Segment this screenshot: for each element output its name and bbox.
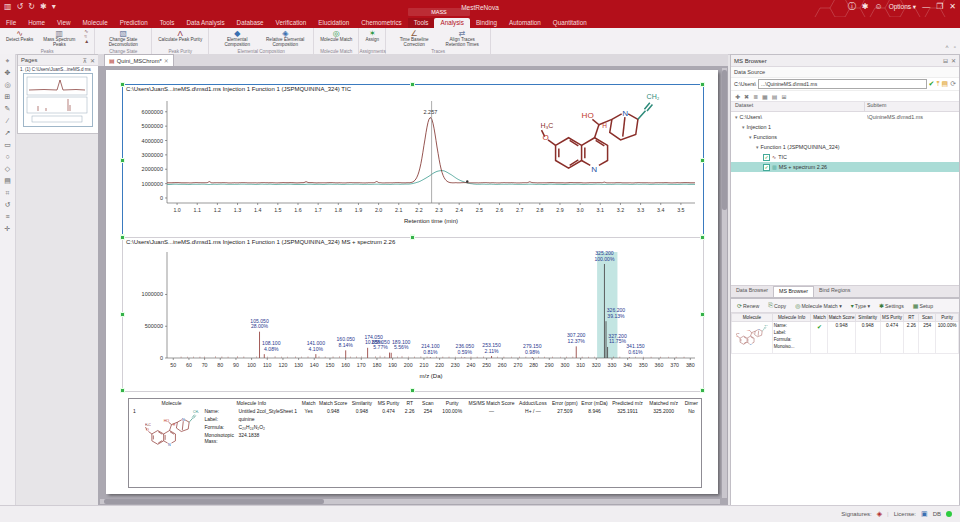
selection-handle[interactable] [700, 82, 705, 87]
ribbon-button-assign[interactable]: ✶Assign [365, 29, 379, 43]
refresh-icon[interactable]: ⟳ [950, 80, 956, 88]
expander-icon[interactable]: ▾ [735, 114, 738, 120]
mm-column-header[interactable]: Purity [936, 314, 959, 322]
ribbon-button-time-baseline-correction[interactable]: ∠Time Baseline Correction [392, 29, 436, 48]
menu-tab-elucidation[interactable]: Elucidation [312, 18, 355, 28]
mm-column-header[interactable]: Molecule Info [772, 314, 811, 322]
mm-column-header[interactable]: Match [811, 314, 828, 322]
shape-tool[interactable]: ▭ [4, 141, 11, 149]
mm-toolbar-molecule-match-[interactable]: ◎Molecule Match ▾ [792, 300, 845, 311]
menu-tab-database[interactable]: Database [231, 18, 270, 28]
mini-tool-icon[interactable]: ▲ [84, 39, 89, 44]
selection-handle[interactable] [120, 312, 125, 317]
mm-result-row[interactable]: Name:Label:Formula:Monoiso...✔0.9480.948… [732, 322, 959, 354]
arrow-tool[interactable]: ↗ [5, 129, 11, 137]
selection-handle[interactable] [120, 158, 125, 163]
signatures-icon[interactable]: ◈ [877, 510, 882, 518]
selection-handle[interactable] [700, 312, 705, 317]
close-icon[interactable]: ✕ [951, 57, 956, 64]
mm-toolbar-copy[interactable]: ⎘Copy [765, 300, 789, 311]
selection-handle[interactable] [410, 388, 415, 393]
list-view-icon[interactable]: ≣ [753, 93, 758, 100]
accept-icon[interactable]: ✔ [929, 80, 935, 88]
mm-column-header[interactable]: Match Score [828, 314, 855, 322]
ribbon-button-calculate-peak-purity[interactable]: ΛCalculate Peak Purity [158, 29, 202, 43]
selection-handle[interactable] [120, 82, 125, 87]
menu-tab-tools[interactable]: Tools [154, 18, 181, 28]
close-icon[interactable]: ✕ [90, 57, 95, 64]
checkbox[interactable]: ✓ [763, 154, 770, 161]
grid-view-icon[interactable]: ▦ [762, 93, 768, 100]
ribbon-button-molecule-match[interactable]: ◎Molecule Match [320, 29, 352, 43]
select-tool[interactable]: ⌖ [6, 57, 10, 65]
page-thumbnail-label[interactable]: 1. (1) C:\Users\JuanS...ineMS.d ms [18, 66, 98, 73]
menu-tab-file[interactable]: File [0, 18, 22, 28]
menu-tab-verification[interactable]: Verification [270, 18, 313, 28]
selection-handle[interactable] [700, 388, 705, 393]
polygon-tool[interactable]: ◇ [5, 165, 10, 173]
dataset-column-header[interactable]: Dataset [731, 102, 864, 111]
line-tool[interactable]: ∕ [7, 117, 8, 125]
menu-tab-home[interactable]: Home [22, 18, 51, 28]
menu-tab-chemometrics[interactable]: Chemometrics [355, 18, 408, 28]
info-icon[interactable]: ⓘ [848, 2, 856, 12]
selection-handle[interactable] [410, 82, 415, 87]
add-icon[interactable]: ✚ [735, 93, 740, 100]
zoom-tool[interactable]: ◎ [4, 81, 10, 89]
pin-icon[interactable]: ⊼ [83, 57, 87, 64]
checkbox[interactable]: ✓ [763, 164, 770, 171]
selection-handle[interactable] [700, 235, 705, 240]
mm-column-header[interactable]: Scan [919, 314, 936, 322]
results-row[interactable]: 1Name:Untitled 2col_StyleSheet 1Label:qu… [129, 407, 701, 458]
selection-handle[interactable] [410, 235, 415, 240]
tic-chromatogram-box[interactable]: C:\Users\JuanS...ineMS.d\msd1.ms Injecti… [122, 84, 704, 238]
vertical-scrollbar[interactable] [722, 68, 727, 498]
tree-item-injection-1[interactable]: ▾Injection 1 [731, 122, 959, 132]
tree-item-functions[interactable]: ▾Functions [731, 132, 959, 142]
panel-tab-data-browser[interactable]: Data Browser [731, 286, 773, 297]
collapse-ribbon-icon[interactable]: ˄ [945, 44, 949, 50]
menu-tab-data-analysis[interactable]: Data Analysis [180, 18, 230, 28]
ms-spectrum-box[interactable]: C:\Users\JuanS...ineMS.d\msd1.ms Injecti… [122, 237, 704, 392]
ellipse-tool[interactable]: ○ [5, 153, 9, 161]
settings-icon[interactable]: ✱ [862, 2, 869, 12]
ribbon-button-align-traces-retention-times[interactable]: ⇄Align Traces Retention Times [440, 29, 484, 48]
panel-tab-bind-regions[interactable]: Bind Regions [814, 286, 856, 297]
menu-tab-molecule[interactable]: Molecule [77, 18, 114, 28]
menu-tab-analysis[interactable]: Analysis [434, 18, 469, 28]
quinine-structure[interactable] [521, 89, 679, 193]
pin-ribbon-icon[interactable]: ▫ [954, 44, 956, 50]
selection-handle[interactable] [700, 158, 705, 163]
page-thumbnail[interactable] [23, 73, 93, 127]
data-source-input[interactable]: ...\QuinineMS.d\msd1.ms [758, 79, 926, 89]
ribbon-button-detect-peaks[interactable]: ∿Detect Peaks [6, 29, 33, 43]
expander-icon[interactable]: ▾ [742, 124, 745, 130]
fit-page-tool[interactable]: ⊞ [5, 93, 11, 101]
menu-tab-prediction[interactable]: Prediction [114, 18, 154, 28]
minimize-button[interactable]: — [922, 2, 930, 12]
tree-item-function-1-jspmquinina-324-[interactable]: ▾Function 1 (JSPMQUININA_324) [731, 142, 959, 152]
crosshair-tool[interactable]: ✛ [5, 225, 11, 233]
mm-column-header[interactable]: Similarity [855, 314, 880, 322]
tree-item-c-users-[interactable]: ▾C:\Users\\QuinineMS.d\msd1.ms [731, 112, 959, 122]
ribbon-button-relative-elemental-composition[interactable]: ◈Relative Elemental Composition [263, 29, 307, 48]
horizontal-scrollbar[interactable] [100, 499, 720, 504]
details-view-icon[interactable]: ▤ [772, 93, 778, 100]
selection-handle[interactable] [120, 388, 125, 393]
menu-tab-automation[interactable]: Automation [503, 18, 547, 28]
load-icon[interactable]: ⤒ [936, 80, 939, 88]
collapse-icon[interactable]: ⊟ [943, 57, 948, 64]
mm-column-header[interactable]: Molecule [732, 314, 773, 322]
grid-tool[interactable]: ⌗ [6, 189, 10, 197]
molecule-match-results-box[interactable]: MoleculeMolecule InfoMatchMatch ScoreSim… [128, 398, 702, 488]
tree-item-tic[interactable]: ✓∿TIC [731, 152, 959, 162]
open-folder-icon[interactable]: ▤ [942, 80, 949, 88]
menu-tab-quantitation[interactable]: Quantitation [547, 18, 593, 28]
subitem-column-header[interactable]: Subitem [864, 102, 959, 111]
license-icon[interactable]: ▣ [921, 510, 928, 518]
delete-icon[interactable]: ✖ [744, 93, 749, 100]
expander-icon[interactable]: ▾ [756, 144, 759, 150]
pan-tool[interactable]: ✥ [5, 69, 11, 77]
mm-column-header[interactable]: MS Purity [880, 314, 904, 322]
mm-toolbar-renew[interactable]: ⟳Renew [734, 300, 762, 311]
